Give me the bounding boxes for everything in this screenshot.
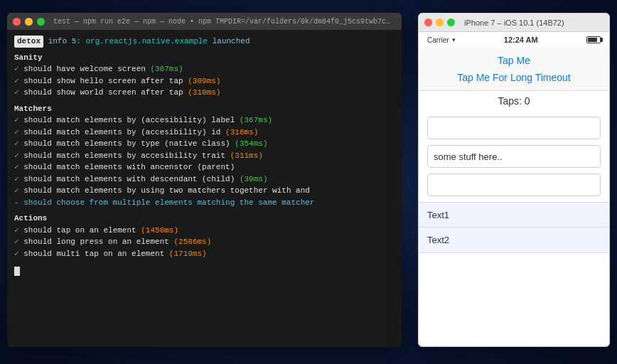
- matchers-item-3: ✓ should match elements by type (native …: [14, 138, 395, 150]
- iphone-window-title: iPhone 7 – iOS 10.1 (14B72): [464, 18, 564, 27]
- status-battery: [586, 36, 601, 43]
- iphone-close-button[interactable]: [424, 18, 432, 26]
- matchers-item-8: - should choose from multiple elements m…: [14, 197, 395, 209]
- input-field-empty-1[interactable]: [427, 117, 601, 139]
- matchers-item-5: ✓ should match elements with ancenstor (…: [14, 161, 395, 173]
- input-field-filled[interactable]: some stuff here..: [427, 145, 601, 168]
- sanity-header: Sanity: [14, 52, 395, 64]
- list-item-text1[interactable]: Text1: [419, 202, 609, 228]
- battery-fill: [588, 38, 597, 42]
- terminal-cursor: [14, 267, 20, 276]
- detox-badge: detox: [14, 36, 43, 48]
- matchers-item-1: ✓ should match elements by (accesibility…: [14, 114, 395, 127]
- tap-me-long-button[interactable]: Tap Me For Long Timeout: [427, 69, 601, 86]
- close-button[interactable]: [13, 18, 21, 26]
- terminal-window: test — npm run e2e — npm — node • npm TM…: [7, 13, 402, 347]
- actions-item-2: ✓ should long press on an element (2586m…: [14, 236, 395, 248]
- list-item-text1-label: Text1: [427, 210, 449, 220]
- launched-text: launched: [208, 37, 250, 46]
- input-field-empty-2[interactable]: [427, 173, 601, 196]
- wifi-icon: ▾: [452, 36, 456, 43]
- carrier-label: Carrier: [427, 36, 449, 44]
- ios-app-content: Tap Me Tap Me For Long Timeout Taps: 0 s…: [419, 48, 609, 346]
- iphone-titlebar: iPhone 7 – iOS 10.1 (14B72): [419, 14, 609, 32]
- matchers-item-6: ✓ should match elements with descendant …: [14, 173, 395, 186]
- tap-me-button[interactable]: Tap Me: [427, 52, 601, 69]
- info-text: info 5:: [48, 37, 86, 46]
- terminal-title: test — npm run e2e — npm — node • npm TM…: [53, 18, 395, 26]
- battery-icon: [586, 36, 601, 43]
- actions-item-1: ✓ should tap on an element (1450ms): [14, 225, 395, 237]
- list-item-text2[interactable]: Text2: [419, 228, 609, 253]
- matchers-section: Matchers ✓ should match elements by (acc…: [14, 103, 395, 209]
- cursor-line: [14, 264, 395, 278]
- matchers-item-4: ✓ should match elements by accesibility …: [14, 150, 395, 162]
- minimize-button[interactable]: [25, 18, 33, 26]
- sanity-section: Sanity ✓ should have welcome screen (367…: [14, 52, 395, 99]
- actions-section: Actions ✓ should tap on an element (1450…: [14, 213, 395, 259]
- sanity-item-1: ✓ should have welcome screen (367ms): [14, 63, 395, 75]
- detox-info-line: detox info 5: org.reactjs.native.example…: [14, 36, 395, 48]
- package-name: org.reactjs.native.example: [85, 37, 208, 46]
- ios-nav-bar: Tap Me Tap Me For Long Timeout: [419, 48, 609, 91]
- list-item-text2-label: Text2: [427, 235, 449, 245]
- matchers-item-7: ✓ should match elements by using two mat…: [14, 185, 395, 197]
- terminal-body: detox info 5: org.reactjs.native.example…: [7, 30, 402, 347]
- input-filled-text: some stuff here..: [434, 151, 503, 162]
- matchers-item-2: ✓ should match elements by (accesibility…: [14, 127, 395, 139]
- carrier-info: Carrier ▾: [427, 36, 456, 44]
- sanity-item-2: ✓ should show hello screen after tap (30…: [14, 75, 395, 87]
- ios-status-bar: Carrier ▾ 12:24 AM: [419, 32, 609, 48]
- ios-list-section: Text1 Text2: [419, 202, 609, 253]
- actions-header: Actions: [14, 213, 395, 225]
- status-time: 12:24 AM: [504, 36, 538, 44]
- iphone-maximize-button[interactable]: [447, 18, 455, 26]
- maximize-button[interactable]: [37, 18, 45, 26]
- actions-item-3: ✓ should multi tap on an element (1719ms…: [14, 248, 395, 260]
- taps-label: Taps: 0: [419, 91, 609, 111]
- sanity-item-3: ✓ should show world screen after tap (31…: [14, 87, 395, 99]
- matchers-header: Matchers: [14, 103, 395, 115]
- iphone-minimize-button[interactable]: [436, 18, 444, 26]
- iphone-simulator-window: iPhone 7 – iOS 10.1 (14B72) Carrier ▾ 12…: [418, 13, 610, 347]
- terminal-titlebar: test — npm run e2e — npm — node • npm TM…: [7, 13, 402, 30]
